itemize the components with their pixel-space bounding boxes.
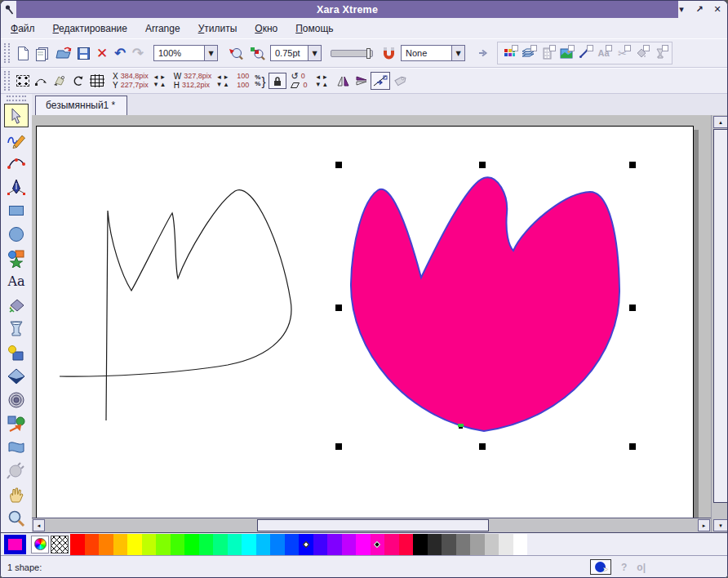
skew-field[interactable]: 0 (303, 81, 307, 90)
palette-swatch[interactable] (371, 534, 385, 555)
shape-editor-tool[interactable] (4, 151, 29, 175)
ellipse-tool[interactable] (4, 222, 29, 246)
scroll-right-button[interactable]: ▸ (698, 519, 710, 531)
palette-swatch[interactable] (99, 534, 113, 555)
x-position-field[interactable]: 384,8pix (121, 72, 149, 81)
fill-gallery-button[interactable] (633, 46, 649, 60)
height-field[interactable]: 312,2pix (182, 81, 210, 90)
palette-swatch[interactable] (113, 534, 128, 555)
window-close-button[interactable]: ✕ (711, 3, 724, 16)
quickshape-tool[interactable] (4, 246, 29, 269)
window-shade-button[interactable]: ▾ (675, 3, 688, 16)
color-gallery-button[interactable] (502, 46, 517, 60)
palette-swatch[interactable] (199, 534, 214, 555)
palette-swatch[interactable] (142, 534, 157, 555)
palette-swatch[interactable] (270, 534, 285, 555)
layer-gallery-button[interactable] (521, 46, 536, 60)
frame-gallery-button[interactable] (539, 46, 555, 60)
palette-swatch[interactable] (413, 534, 428, 555)
font-gallery-button[interactable]: Aa (596, 46, 611, 60)
no-color-swatch[interactable] (51, 536, 69, 554)
selection-handle[interactable] (629, 305, 636, 311)
selection-handle[interactable] (629, 443, 636, 450)
skew-icon[interactable] (291, 82, 300, 89)
name-tag-button[interactable] (390, 70, 410, 91)
palette-swatch[interactable] (299, 534, 313, 555)
shadow-tool[interactable] (4, 340, 29, 364)
scale-height-field[interactable]: 100 (237, 81, 249, 90)
window-pin-button[interactable] (2, 2, 16, 16)
window-maximize-button[interactable]: ↗ (693, 3, 706, 16)
contour-tool[interactable] (4, 388, 29, 411)
palette-swatch[interactable] (156, 534, 171, 555)
menu-file[interactable]: Файл (11, 23, 35, 34)
export-arrow-button[interactable] (474, 42, 492, 64)
feather-slider[interactable] (331, 50, 373, 57)
palette-swatch[interactable] (399, 534, 414, 555)
palette-swatch[interactable] (85, 534, 100, 555)
bitmap-gallery-button[interactable] (558, 46, 574, 60)
zoom-to-drawing-button[interactable] (246, 42, 268, 64)
selector-tool[interactable] (4, 104, 29, 127)
palette-swatch[interactable] (171, 534, 185, 555)
rectangle-tool[interactable] (4, 198, 29, 222)
current-color-indicator[interactable] (4, 535, 26, 554)
palette-swatch[interactable] (428, 534, 442, 555)
scroll-down-button[interactable]: ▾ (713, 519, 728, 531)
position-nudge-buttons[interactable]: ◂▸ ▾▴ (154, 73, 168, 88)
selection-handle[interactable] (335, 305, 342, 311)
palette-swatch[interactable] (70, 534, 85, 555)
selection-handle[interactable] (479, 443, 486, 450)
menu-window[interactable]: Окно (255, 23, 277, 34)
scroll-left-button[interactable]: ◂ (33, 519, 45, 531)
palette-swatch[interactable] (184, 534, 199, 555)
selection-handle[interactable] (335, 162, 342, 168)
clipart-gallery-button[interactable]: ✂ (615, 46, 630, 60)
palette-swatch[interactable] (256, 534, 271, 555)
palette-swatch[interactable] (456, 534, 471, 555)
fill-tool[interactable] (4, 293, 29, 317)
toolbox-drag-handle[interactable] (7, 96, 26, 101)
delete-button[interactable]: ✕ (93, 42, 111, 64)
palette-swatch[interactable] (242, 534, 256, 555)
selection-handle[interactable] (479, 162, 486, 168)
open-button[interactable] (52, 42, 74, 64)
size-nudge-buttons[interactable]: ◂▸ ▾▴ (217, 73, 231, 88)
palette-swatch[interactable] (470, 534, 485, 555)
save-button[interactable] (74, 42, 93, 64)
line-gallery-button[interactable] (577, 46, 593, 60)
line-width-value[interactable]: 0.75pt (270, 45, 308, 61)
vertical-scroll-thumb[interactable] (713, 129, 728, 503)
palette-swatch[interactable] (485, 534, 499, 555)
flip-vertical-button[interactable] (353, 70, 371, 91)
feather-slider-knob[interactable] (366, 48, 371, 59)
toolbar-drag-handle[interactable] (4, 43, 10, 63)
live-effects-tool[interactable] (4, 459, 29, 482)
previous-zoom-button[interactable] (225, 42, 246, 64)
palette-swatch[interactable] (499, 534, 513, 555)
fill-style-value[interactable]: None (401, 45, 451, 61)
menu-help[interactable]: Помощь (295, 23, 333, 34)
mould-tool[interactable] (4, 435, 29, 459)
selection-handle[interactable] (335, 443, 342, 450)
transform-origin-button[interactable] (87, 70, 108, 91)
palette-swatch[interactable] (384, 534, 399, 555)
zoom-dropdown-button[interactable]: ▼ (204, 45, 218, 61)
palette-swatch[interactable] (327, 534, 342, 555)
horizontal-scrollbar[interactable]: ◂ ▸ (32, 518, 711, 532)
push-tool[interactable] (4, 482, 29, 506)
blend-tool[interactable] (4, 411, 29, 435)
rotate-icon[interactable]: ↺ (291, 72, 298, 81)
rotate-field[interactable]: 0 (301, 72, 305, 81)
menu-arrange[interactable]: Arrange (145, 23, 180, 34)
text-tool[interactable]: Aa (4, 269, 29, 293)
flip-horizontal-button[interactable] (334, 70, 353, 91)
apply-transform-button[interactable] (50, 70, 69, 91)
move-handles-button[interactable] (32, 70, 50, 91)
vertical-scrollbar[interactable]: ▴ ▾ (711, 115, 728, 532)
scale-width-field[interactable]: 100 (237, 72, 249, 81)
fill-style-dropdown-button[interactable]: ▼ (451, 45, 465, 61)
live-drag-indicator[interactable]: ➤ (590, 559, 611, 575)
zoom-tool[interactable] (4, 506, 29, 530)
zoom-value[interactable]: 100% (153, 45, 204, 61)
